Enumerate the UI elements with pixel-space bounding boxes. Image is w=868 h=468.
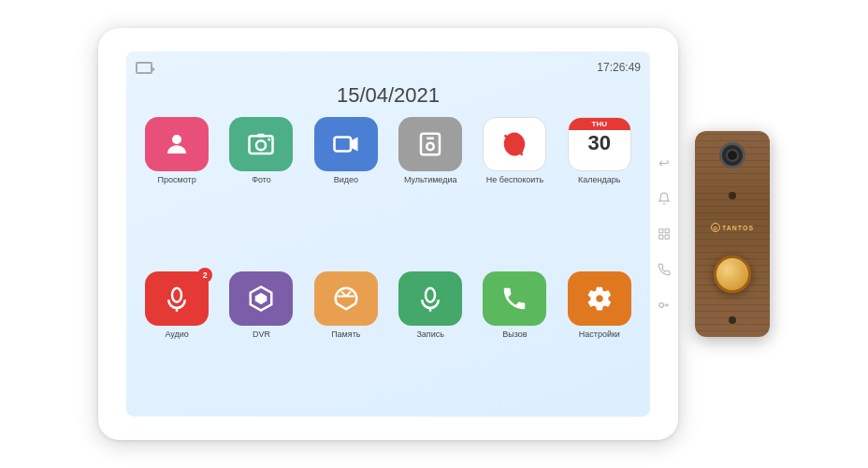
app-view-label: Просмотр (158, 175, 196, 185)
app-multimedia-icon-box (398, 117, 462, 171)
app-multimedia[interactable]: Мультимедиа (393, 117, 468, 262)
app-settings-label: Настройки (579, 329, 620, 340)
svg-rect-3 (258, 134, 266, 138)
app-video[interactable]: Видео (309, 117, 383, 262)
app-calendar-label: Календарь (578, 175, 620, 185)
side-btn-bell[interactable] (654, 188, 674, 209)
screen-topbar: 17:26:49 (126, 51, 650, 78)
doorbell-brand: ⊙ TANTOS (711, 223, 754, 232)
camera-status-icon (136, 62, 152, 74)
app-record-label: Запись (416, 329, 444, 340)
doorbell-dot-top (729, 192, 736, 199)
svg-point-7 (427, 143, 434, 151)
app-settings-icon-box (568, 271, 631, 326)
svg-rect-17 (665, 235, 669, 239)
brand-icon: ⊙ (711, 223, 720, 232)
app-dvr-icon-box (229, 271, 293, 326)
app-settings[interactable]: Настройки (562, 271, 637, 417)
svg-rect-5 (334, 138, 351, 152)
app-record[interactable]: Запись (393, 271, 468, 417)
app-dvr[interactable]: DVR (224, 271, 298, 417)
svg-point-12 (426, 288, 435, 302)
app-record-icon-box (398, 271, 462, 326)
app-memory-label: Память (331, 329, 360, 340)
app-dnd[interactable]: Не беспокоить (477, 117, 552, 262)
svg-rect-15 (665, 229, 669, 233)
brand-name: TANTOS (722, 225, 754, 231)
app-calendar[interactable]: THU 30 Календарь (562, 117, 637, 262)
svg-point-4 (268, 139, 271, 141)
doorbell-camera (719, 142, 745, 168)
date-display: 15/04/2021 (126, 83, 650, 108)
app-dnd-icon-box (483, 117, 546, 171)
app-call-icon-box (483, 271, 546, 326)
brand-logo: ⊙ TANTOS (711, 223, 754, 232)
side-btn-key[interactable] (654, 295, 674, 315)
app-multimedia-label: Мультимедиа (404, 175, 457, 185)
monitor-side-buttons: ↩ (654, 153, 680, 315)
app-dvr-label: DVR (253, 329, 270, 340)
calendar-day: 30 (588, 130, 611, 157)
time-display: 17:26:49 (597, 61, 641, 74)
svg-rect-14 (659, 229, 663, 233)
app-view-icon-box (145, 117, 209, 171)
app-photo-icon-box (229, 117, 293, 171)
svg-point-0 (172, 135, 181, 144)
audio-badge: 2 (197, 268, 212, 283)
svg-point-2 (256, 140, 266, 150)
side-btn-call[interactable] (654, 259, 674, 280)
svg-rect-16 (659, 235, 663, 239)
side-btn-back[interactable]: ↩ (654, 153, 674, 173)
cam-icon (136, 62, 152, 74)
monitor: 17:26:49 15/04/2021 Просмотр (98, 28, 678, 440)
calendar-weekday: THU (569, 118, 630, 130)
app-view[interactable]: Просмотр (139, 117, 214, 262)
monitor-screen: 17:26:49 15/04/2021 Просмотр (126, 51, 650, 417)
side-btn-grid[interactable] (654, 224, 674, 244)
app-photo[interactable]: Фото (224, 117, 298, 262)
app-call-label: Вызов (502, 329, 527, 340)
app-video-label: Видео (334, 175, 358, 185)
app-dnd-label: Не беспокоить (486, 175, 543, 185)
app-photo-label: Фото (252, 175, 271, 185)
doorbell-call-button[interactable] (714, 256, 751, 293)
app-memory-icon-box (314, 271, 378, 326)
app-call[interactable]: Вызов (477, 271, 552, 417)
app-audio[interactable]: 2 Аудио (139, 271, 214, 417)
svg-point-18 (659, 303, 664, 308)
apps-grid: Просмотр Фото Видео (126, 117, 650, 417)
svg-point-10 (172, 288, 181, 302)
app-memory[interactable]: Память (309, 271, 383, 417)
app-calendar-icon-box: THU 30 (568, 117, 631, 171)
app-audio-icon-box: 2 (145, 271, 209, 326)
doorbell-unit: ⊙ TANTOS (695, 131, 770, 337)
doorbell-dot-bottom (729, 316, 736, 324)
app-video-icon-box (314, 117, 378, 171)
app-audio-label: Аудио (165, 329, 188, 340)
scene: 17:26:49 15/04/2021 Просмотр (0, 0, 868, 468)
